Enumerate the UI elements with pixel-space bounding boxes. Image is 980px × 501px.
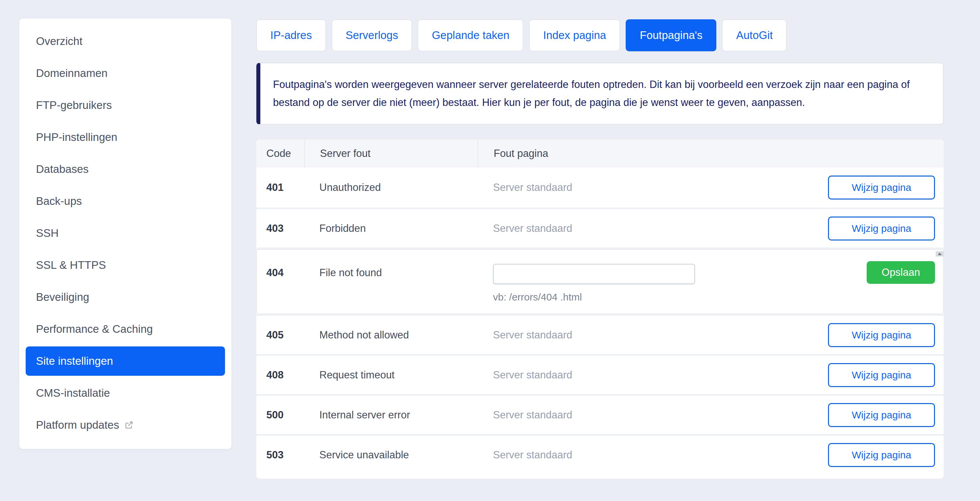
wijzig-pagina-button[interactable]: Wijzig pagina: [828, 217, 935, 241]
sidebar-item-label: Domeinnamen: [36, 67, 108, 79]
table-row-408: 408 Request timeout Server standaard Wij…: [256, 354, 943, 394]
sidebar-item-overzicht[interactable]: Overzicht: [25, 27, 225, 56]
sidebar-item-php-instellingen[interactable]: PHP-instellingen: [25, 122, 225, 152]
sidebar-item-platform-updates[interactable]: Platform updates: [25, 411, 225, 440]
fout-pagina-input[interactable]: [493, 264, 695, 284]
error-page-value: Server standaard: [478, 449, 828, 461]
error-pages-table: Code Server fout Fout pagina 401 Unautho…: [256, 140, 943, 479]
tab-geplande-taken[interactable]: Geplande taken: [418, 19, 523, 51]
error-page-value: Server standaard: [478, 222, 828, 235]
error-code: 500: [256, 409, 304, 421]
sidebar-item-label: FTP-gebruikers: [36, 99, 112, 112]
sidebar-item-label: SSH: [36, 227, 59, 239]
sidebar-item-label: Overzicht: [36, 35, 82, 48]
error-page-value: Server standaard: [478, 409, 828, 421]
header-code: Code: [256, 140, 304, 168]
table-row-500: 500 Internal server error Server standaa…: [256, 394, 943, 434]
sidebar-item-performance-caching[interactable]: Performance & Caching: [25, 314, 225, 344]
sidebar-item-label: PHP-instellingen: [36, 131, 117, 144]
sidebar-item-label: Site instellingen: [36, 355, 113, 368]
sidebar-item-label: Databases: [36, 163, 89, 176]
tab-foutpaginas[interactable]: Foutpagina's: [626, 19, 716, 51]
opslaan-button[interactable]: Opslaan: [867, 261, 935, 284]
header-server-fout: Server fout: [304, 140, 478, 168]
error-code: 403: [256, 222, 304, 235]
sidebar-item-ssh[interactable]: SSH: [25, 219, 225, 248]
sidebar-item-ftp-gebruikers[interactable]: FTP-gebruikers: [25, 90, 225, 120]
info-banner: Foutpagina's worden weergegeven wanneer …: [256, 63, 943, 125]
error-name: Request timeout: [304, 369, 478, 381]
sidebar-item-label: Platform updates: [36, 419, 119, 431]
tab-ip-adres[interactable]: IP-adres: [256, 19, 326, 51]
external-link-icon: [124, 420, 134, 430]
table-row-403: 403 Forbidden Server standaard Wijzig pa…: [256, 208, 943, 247]
info-banner-text: Foutpagina's worden weergegeven wanneer …: [273, 79, 910, 108]
wijzig-pagina-button[interactable]: Wijzig pagina: [828, 363, 935, 387]
sidebar: Overzicht Domeinnamen FTP-gebruikers PHP…: [19, 19, 231, 449]
sidebar-item-databases[interactable]: Databases: [25, 155, 225, 184]
sidebar-item-ssl-https[interactable]: SSL & HTTPS: [25, 251, 225, 280]
input-hint: vb: /errors/404 .html: [493, 292, 695, 303]
wijzig-pagina-button[interactable]: Wijzig pagina: [828, 176, 935, 200]
error-name: Internal server error: [304, 409, 478, 421]
error-code: 401: [256, 182, 304, 193]
table-row-405: 405 Method not allowed Server standaard …: [256, 314, 943, 354]
main-content: IP-adres Serverlogs Geplande taken Index…: [256, 19, 943, 479]
error-name: Service unavailable: [304, 449, 478, 461]
wijzig-pagina-button[interactable]: Wijzig pagina: [828, 403, 935, 427]
tab-autogit[interactable]: AutoGit: [722, 19, 787, 51]
error-name: Unauthorized: [304, 182, 478, 193]
sidebar-item-label: CMS-installatie: [36, 387, 110, 400]
sidebar-item-beveiliging[interactable]: Beveiliging: [25, 282, 225, 312]
error-name: Method not allowed: [304, 329, 478, 341]
wijzig-pagina-button[interactable]: Wijzig pagina: [828, 443, 935, 467]
error-code: 405: [256, 329, 304, 341]
page: Overzicht Domeinnamen FTP-gebruikers PHP…: [0, 0, 980, 501]
error-page-value: Server standaard: [478, 329, 828, 341]
table-row-404-editing: 404 File not found vb: /errors/404 .html…: [256, 247, 943, 314]
error-page-value: Server standaard: [478, 182, 828, 193]
error-code: 503: [256, 449, 304, 461]
error-name: File not found: [304, 261, 478, 284]
triangle-up-icon: [938, 252, 942, 255]
wijzig-pagina-button[interactable]: Wijzig pagina: [828, 323, 935, 347]
error-page-value: Server standaard: [478, 369, 828, 381]
tab-serverlogs[interactable]: Serverlogs: [332, 19, 412, 51]
table-header: Code Server fout Fout pagina: [256, 140, 943, 168]
sidebar-item-label: SSL & HTTPS: [36, 259, 106, 271]
error-code: 404: [256, 261, 304, 284]
header-fout-pagina: Fout pagina: [478, 140, 943, 168]
fout-pagina-edit-column: vb: /errors/404 .html: [493, 261, 695, 303]
sidebar-item-label: Performance & Caching: [36, 323, 153, 335]
error-code: 408: [256, 369, 304, 381]
sidebar-item-label: Beveiliging: [36, 291, 89, 303]
table-row-401: 401 Unauthorized Server standaard Wijzig…: [256, 168, 943, 208]
sidebar-item-label: Back-ups: [36, 195, 82, 208]
tab-bar: IP-adres Serverlogs Geplande taken Index…: [256, 19, 943, 51]
sidebar-item-site-instellingen[interactable]: Site instellingen: [25, 346, 225, 376]
scroll-up-icon[interactable]: [935, 251, 943, 257]
sidebar-item-cms-installatie[interactable]: CMS-installatie: [25, 379, 225, 408]
table-row-503: 503 Service unavailable Server standaard…: [256, 434, 943, 474]
error-name: Forbidden: [304, 222, 478, 235]
tab-index-pagina[interactable]: Index pagina: [529, 19, 620, 51]
sidebar-item-back-ups[interactable]: Back-ups: [25, 187, 225, 216]
sidebar-item-domeinnamen[interactable]: Domeinnamen: [25, 59, 225, 88]
